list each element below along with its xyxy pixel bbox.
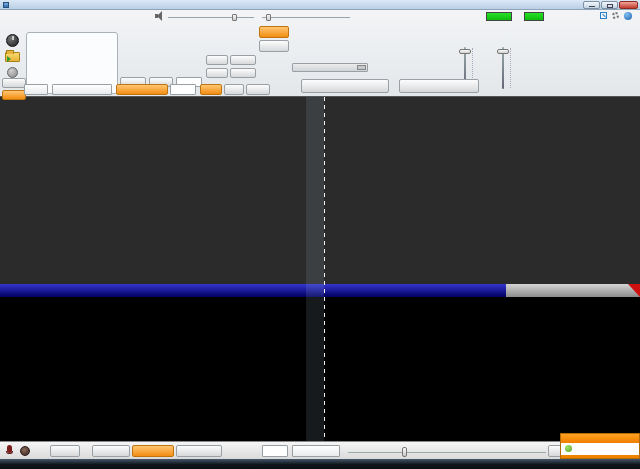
skype-popup-footer (561, 455, 639, 458)
hfr-electronics-watermark (400, 38, 640, 68)
agc-mode-select[interactable] (52, 84, 112, 95)
balance-slider-thumb[interactable] (266, 14, 271, 21)
maximize-button[interactable] (601, 1, 618, 9)
buffer-size-spinner[interactable] (262, 445, 288, 457)
temperature-readout (524, 12, 544, 21)
app-icon (3, 2, 9, 8)
maximize-icon (607, 4, 613, 8)
expand-icon[interactable] (600, 12, 607, 19)
settings-gear-icon[interactable] (612, 12, 619, 19)
agc-speed-button[interactable] (116, 84, 168, 95)
skype-popup-header (561, 434, 639, 443)
window-function-select[interactable] (292, 445, 340, 457)
close-button[interactable] (619, 1, 638, 9)
nr-button[interactable] (224, 84, 244, 95)
file-button[interactable] (50, 445, 80, 457)
headphones-icon[interactable] (20, 446, 30, 456)
skype-online-status-icon (565, 445, 572, 452)
microphone-icon-stem (6, 451, 13, 454)
start-tx-button[interactable] (301, 79, 389, 93)
a-swap-b-button[interactable] (230, 68, 256, 78)
a-equals-b-button[interactable] (230, 55, 256, 65)
minimize-icon (589, 6, 595, 7)
att-select[interactable] (24, 84, 48, 95)
waterfall-contrast-thumb[interactable] (402, 447, 407, 457)
skype-notification-popup[interactable] (560, 433, 640, 459)
info-icon[interactable] (624, 12, 632, 20)
vfo-a-button[interactable] (259, 26, 289, 38)
open-record-folder-icon[interactable] (5, 52, 20, 62)
anf-button[interactable] (246, 84, 270, 95)
waterfall-canvas[interactable] (0, 297, 640, 441)
filter-shift-thumb[interactable] (357, 65, 366, 70)
vfo-b-button[interactable] (259, 40, 289, 52)
speaker-icon-cone (157, 11, 162, 21)
prs-button[interactable] (2, 90, 26, 100)
frequency-scale-bar[interactable] (0, 284, 640, 297)
tune-knob-icon[interactable] (6, 34, 19, 47)
scale-end-marker-icon (628, 284, 640, 297)
carrier-off-button[interactable] (399, 79, 479, 93)
agt-button[interactable] (200, 84, 222, 95)
balance-slider[interactable] (262, 17, 350, 18)
ext-button[interactable] (2, 78, 26, 88)
s-meter-bar (30, 63, 116, 74)
windows-taskbar (0, 459, 640, 469)
maximum-button[interactable] (176, 445, 222, 457)
control-panel (0, 10, 640, 97)
agc-time-box[interactable] (170, 84, 196, 95)
zeus-player-window (0, 0, 640, 469)
record-disabled-icon[interactable] (7, 67, 18, 78)
volume-slider[interactable] (168, 17, 254, 18)
current-readout (486, 12, 512, 21)
filter-shift-slider[interactable] (292, 63, 368, 72)
spt-button[interactable] (206, 55, 228, 65)
waterfall-contrast-slider[interactable] (348, 452, 546, 453)
db-axis (0, 97, 32, 284)
minimize-button[interactable] (583, 1, 600, 9)
frequency-scale-out-of-band (506, 284, 640, 297)
spectrum-canvas[interactable] (0, 97, 640, 284)
single-button[interactable] (92, 445, 130, 457)
spectrum-settings-bar (0, 441, 640, 459)
average-button[interactable] (132, 445, 174, 457)
volume-slider-thumb[interactable] (232, 14, 237, 21)
slk-button[interactable] (206, 68, 228, 78)
titlebar[interactable] (0, 0, 640, 10)
